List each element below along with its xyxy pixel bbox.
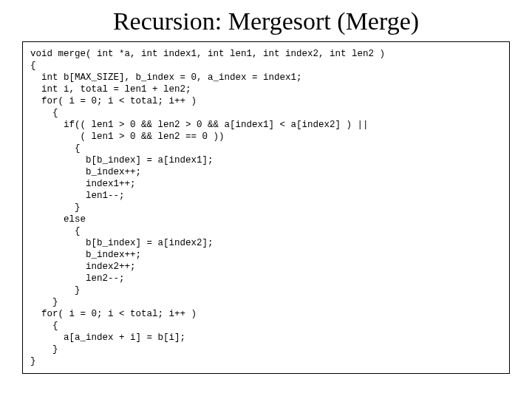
page-title: Recursion: Mergesort (Merge) <box>22 7 510 35</box>
slide: Recursion: Mergesort (Merge) void merge(… <box>0 0 532 399</box>
code-block: void merge( int *a, int index1, int len1… <box>22 41 510 374</box>
